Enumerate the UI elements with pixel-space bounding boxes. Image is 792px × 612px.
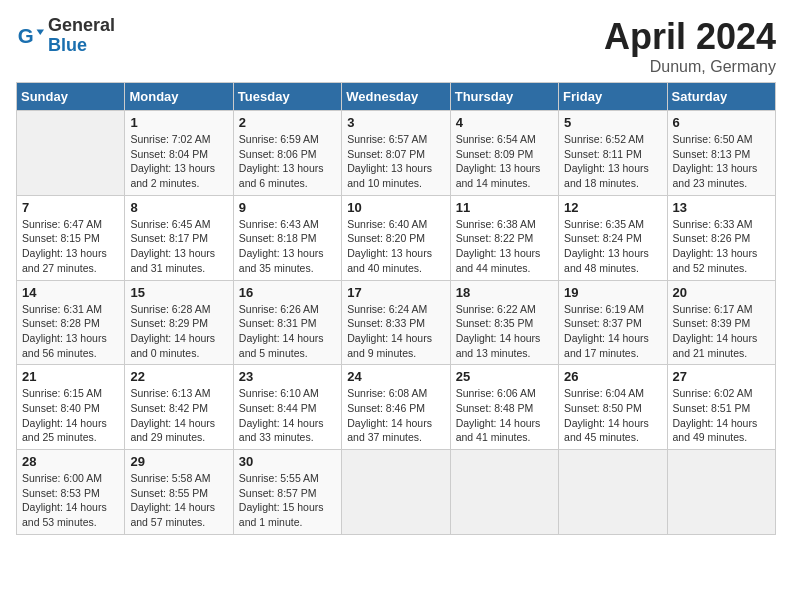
day-number: 30	[239, 454, 336, 469]
calendar-cell: 11Sunrise: 6:38 AMSunset: 8:22 PMDayligh…	[450, 195, 558, 280]
day-sun-info: Sunrise: 5:58 AMSunset: 8:55 PMDaylight:…	[130, 471, 227, 530]
day-sun-info: Sunrise: 6:45 AMSunset: 8:17 PMDaylight:…	[130, 217, 227, 276]
calendar-cell: 10Sunrise: 6:40 AMSunset: 8:20 PMDayligh…	[342, 195, 450, 280]
day-sun-info: Sunrise: 6:57 AMSunset: 8:07 PMDaylight:…	[347, 132, 444, 191]
day-number: 24	[347, 369, 444, 384]
calendar-cell	[559, 450, 667, 535]
day-number: 26	[564, 369, 661, 384]
day-sun-info: Sunrise: 6:02 AMSunset: 8:51 PMDaylight:…	[673, 386, 770, 445]
calendar-cell: 2Sunrise: 6:59 AMSunset: 8:06 PMDaylight…	[233, 111, 341, 196]
title-block: April 2024 Dunum, Germany	[604, 16, 776, 76]
day-number: 22	[130, 369, 227, 384]
calendar-cell: 8Sunrise: 6:45 AMSunset: 8:17 PMDaylight…	[125, 195, 233, 280]
day-sun-info: Sunrise: 6:13 AMSunset: 8:42 PMDaylight:…	[130, 386, 227, 445]
day-number: 19	[564, 285, 661, 300]
day-number: 3	[347, 115, 444, 130]
day-number: 17	[347, 285, 444, 300]
day-number: 28	[22, 454, 119, 469]
calendar-cell: 21Sunrise: 6:15 AMSunset: 8:40 PMDayligh…	[17, 365, 125, 450]
weekday-header-saturday: Saturday	[667, 83, 775, 111]
day-number: 15	[130, 285, 227, 300]
weekday-header-tuesday: Tuesday	[233, 83, 341, 111]
weekday-header-sunday: Sunday	[17, 83, 125, 111]
day-number: 9	[239, 200, 336, 215]
day-number: 7	[22, 200, 119, 215]
svg-marker-1	[37, 29, 44, 35]
svg-text:G: G	[18, 23, 34, 46]
calendar-cell	[450, 450, 558, 535]
calendar-cell: 13Sunrise: 6:33 AMSunset: 8:26 PMDayligh…	[667, 195, 775, 280]
logo: G General Blue	[16, 16, 115, 56]
day-number: 13	[673, 200, 770, 215]
day-sun-info: Sunrise: 6:52 AMSunset: 8:11 PMDaylight:…	[564, 132, 661, 191]
day-sun-info: Sunrise: 6:17 AMSunset: 8:39 PMDaylight:…	[673, 302, 770, 361]
logo-general-text: General	[48, 16, 115, 36]
calendar-cell: 20Sunrise: 6:17 AMSunset: 8:39 PMDayligh…	[667, 280, 775, 365]
day-number: 16	[239, 285, 336, 300]
day-sun-info: Sunrise: 6:06 AMSunset: 8:48 PMDaylight:…	[456, 386, 553, 445]
calendar-week-row: 7Sunrise: 6:47 AMSunset: 8:15 PMDaylight…	[17, 195, 776, 280]
day-number: 12	[564, 200, 661, 215]
calendar-cell	[342, 450, 450, 535]
day-number: 27	[673, 369, 770, 384]
weekday-header-wednesday: Wednesday	[342, 83, 450, 111]
calendar-cell: 16Sunrise: 6:26 AMSunset: 8:31 PMDayligh…	[233, 280, 341, 365]
day-sun-info: Sunrise: 6:40 AMSunset: 8:20 PMDaylight:…	[347, 217, 444, 276]
logo-blue-text: Blue	[48, 36, 115, 56]
day-sun-info: Sunrise: 6:22 AMSunset: 8:35 PMDaylight:…	[456, 302, 553, 361]
day-sun-info: Sunrise: 6:00 AMSunset: 8:53 PMDaylight:…	[22, 471, 119, 530]
day-sun-info: Sunrise: 6:38 AMSunset: 8:22 PMDaylight:…	[456, 217, 553, 276]
calendar-cell: 9Sunrise: 6:43 AMSunset: 8:18 PMDaylight…	[233, 195, 341, 280]
calendar-week-row: 1Sunrise: 7:02 AMSunset: 8:04 PMDaylight…	[17, 111, 776, 196]
calendar-week-row: 28Sunrise: 6:00 AMSunset: 8:53 PMDayligh…	[17, 450, 776, 535]
day-sun-info: Sunrise: 6:08 AMSunset: 8:46 PMDaylight:…	[347, 386, 444, 445]
day-number: 8	[130, 200, 227, 215]
day-number: 10	[347, 200, 444, 215]
day-number: 25	[456, 369, 553, 384]
calendar-week-row: 21Sunrise: 6:15 AMSunset: 8:40 PMDayligh…	[17, 365, 776, 450]
day-sun-info: Sunrise: 6:31 AMSunset: 8:28 PMDaylight:…	[22, 302, 119, 361]
day-sun-info: Sunrise: 5:55 AMSunset: 8:57 PMDaylight:…	[239, 471, 336, 530]
day-sun-info: Sunrise: 6:35 AMSunset: 8:24 PMDaylight:…	[564, 217, 661, 276]
weekday-header-monday: Monday	[125, 83, 233, 111]
day-sun-info: Sunrise: 6:50 AMSunset: 8:13 PMDaylight:…	[673, 132, 770, 191]
day-sun-info: Sunrise: 6:26 AMSunset: 8:31 PMDaylight:…	[239, 302, 336, 361]
day-number: 6	[673, 115, 770, 130]
day-sun-info: Sunrise: 6:59 AMSunset: 8:06 PMDaylight:…	[239, 132, 336, 191]
day-number: 14	[22, 285, 119, 300]
day-number: 11	[456, 200, 553, 215]
logo-icon: G	[16, 22, 44, 50]
calendar-cell: 14Sunrise: 6:31 AMSunset: 8:28 PMDayligh…	[17, 280, 125, 365]
day-sun-info: Sunrise: 6:28 AMSunset: 8:29 PMDaylight:…	[130, 302, 227, 361]
page-header: G General Blue April 2024 Dunum, Germany	[16, 16, 776, 76]
calendar-cell: 18Sunrise: 6:22 AMSunset: 8:35 PMDayligh…	[450, 280, 558, 365]
calendar-cell: 29Sunrise: 5:58 AMSunset: 8:55 PMDayligh…	[125, 450, 233, 535]
weekday-header-friday: Friday	[559, 83, 667, 111]
calendar-cell: 5Sunrise: 6:52 AMSunset: 8:11 PMDaylight…	[559, 111, 667, 196]
weekday-header-row: SundayMondayTuesdayWednesdayThursdayFrid…	[17, 83, 776, 111]
day-sun-info: Sunrise: 6:19 AMSunset: 8:37 PMDaylight:…	[564, 302, 661, 361]
calendar-cell: 28Sunrise: 6:00 AMSunset: 8:53 PMDayligh…	[17, 450, 125, 535]
calendar-table: SundayMondayTuesdayWednesdayThursdayFrid…	[16, 82, 776, 535]
calendar-cell	[17, 111, 125, 196]
calendar-cell	[667, 450, 775, 535]
calendar-cell: 22Sunrise: 6:13 AMSunset: 8:42 PMDayligh…	[125, 365, 233, 450]
day-sun-info: Sunrise: 6:15 AMSunset: 8:40 PMDaylight:…	[22, 386, 119, 445]
calendar-cell: 12Sunrise: 6:35 AMSunset: 8:24 PMDayligh…	[559, 195, 667, 280]
calendar-cell: 6Sunrise: 6:50 AMSunset: 8:13 PMDaylight…	[667, 111, 775, 196]
calendar-cell: 1Sunrise: 7:02 AMSunset: 8:04 PMDaylight…	[125, 111, 233, 196]
calendar-cell: 27Sunrise: 6:02 AMSunset: 8:51 PMDayligh…	[667, 365, 775, 450]
day-number: 23	[239, 369, 336, 384]
day-number: 1	[130, 115, 227, 130]
calendar-cell: 3Sunrise: 6:57 AMSunset: 8:07 PMDaylight…	[342, 111, 450, 196]
day-number: 18	[456, 285, 553, 300]
calendar-title: April 2024	[604, 16, 776, 58]
calendar-cell: 26Sunrise: 6:04 AMSunset: 8:50 PMDayligh…	[559, 365, 667, 450]
day-number: 21	[22, 369, 119, 384]
calendar-cell: 25Sunrise: 6:06 AMSunset: 8:48 PMDayligh…	[450, 365, 558, 450]
day-number: 2	[239, 115, 336, 130]
weekday-header-thursday: Thursday	[450, 83, 558, 111]
day-number: 20	[673, 285, 770, 300]
calendar-cell: 23Sunrise: 6:10 AMSunset: 8:44 PMDayligh…	[233, 365, 341, 450]
day-sun-info: Sunrise: 6:33 AMSunset: 8:26 PMDaylight:…	[673, 217, 770, 276]
